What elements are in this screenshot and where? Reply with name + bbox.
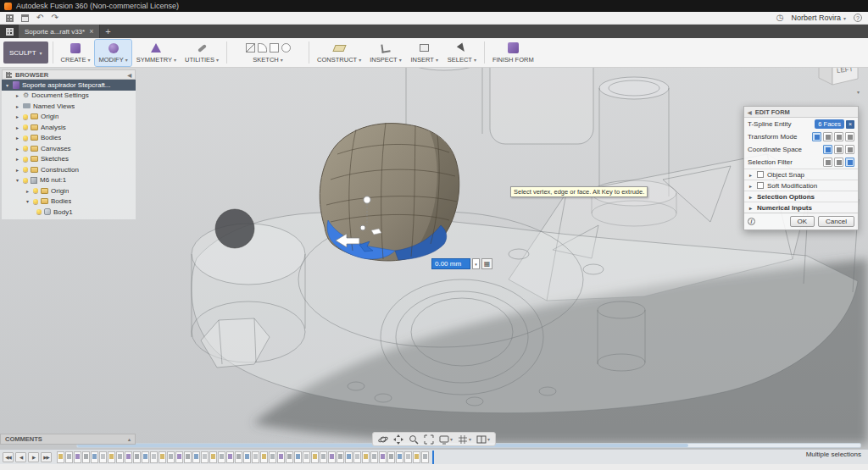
timeline-feature-icon[interactable] [108, 451, 115, 463]
sculpt-workspace-button[interactable]: SCULPT ▾ [3, 41, 48, 64]
timeline-feature-icon[interactable] [303, 451, 310, 463]
browser-item-m6-origin[interactable]: ▸ Origin [2, 185, 136, 196]
close-tab-icon[interactable]: × [89, 27, 93, 36]
ribbon-group-insert[interactable]: INSERT▾ [407, 40, 442, 66]
ok-button[interactable]: OK [790, 216, 815, 227]
object-snap-checkbox[interactable] [757, 171, 764, 178]
viewcube-menu-icon[interactable]: ▾ [857, 89, 860, 95]
save-icon[interactable] [21, 14, 29, 22]
ribbon-group-symmetry[interactable]: SYMMETRY▾ [133, 40, 180, 66]
help-icon[interactable]: ? [854, 14, 862, 22]
timeline-feature-icon[interactable] [175, 451, 183, 463]
browser-item-m6-bodies[interactable]: ▾ Bodies [2, 196, 136, 207]
ribbon-group-inspect[interactable]: INSPECT▾ [366, 40, 405, 66]
zoom-button[interactable] [409, 434, 419, 445]
timeline-feature-icon[interactable] [396, 451, 403, 463]
expand-arrow-icon[interactable]: ▸ [14, 92, 20, 98]
browser-item-sketches[interactable]: ▸ Sketches [2, 154, 136, 165]
info-icon[interactable]: i [748, 218, 755, 225]
timeline-feature-icon[interactable] [337, 451, 344, 463]
timeline-feature-icon[interactable] [167, 451, 175, 463]
finish-form-button[interactable]: FINISH FORM [489, 40, 537, 66]
timeline-feature-icon[interactable] [269, 451, 276, 463]
sketch-line-icon[interactable] [246, 43, 255, 53]
object-snap-section[interactable]: ▸ Object Snap [744, 169, 858, 180]
browser-item-origin[interactable]: ▸ Origin [2, 112, 136, 123]
expand-arrow-icon[interactable]: ▸ [14, 103, 20, 109]
transform-translate-button[interactable] [812, 132, 821, 141]
timeline-feature-icon[interactable] [192, 451, 200, 463]
user-menu[interactable]: Norbert Rovira ▾ [791, 14, 846, 22]
data-panel-toggle-icon[interactable] [6, 14, 14, 22]
visibility-bulb-icon[interactable] [23, 146, 28, 151]
transform-scale-button[interactable] [834, 132, 843, 141]
ribbon-group-create[interactable]: CREATE▾ [58, 40, 94, 66]
selection-options-section[interactable]: ▸ Selection Options [744, 191, 858, 202]
timeline-feature-icon[interactable] [277, 451, 285, 463]
timeline-play-button[interactable]: ▶ [28, 452, 39, 462]
ribbon-group-select[interactable]: SELECT▾ [444, 40, 480, 66]
viewports-button[interactable]: ▾ [476, 434, 490, 445]
ribbon-group-utilities[interactable]: UTILITIES▾ [181, 40, 222, 66]
timeline-feature-icon[interactable] [57, 451, 64, 463]
browser-item-analysis[interactable]: ▸ Analysis [2, 122, 136, 133]
numerical-inputs-section[interactable]: ▸ Numerical Inputs [744, 202, 858, 213]
browser-item-named-views[interactable]: ▸ Named Views [2, 101, 136, 112]
browser-item-document-settings[interactable]: ▸ ⚙ Document Settings [2, 91, 136, 102]
soft-modification-checkbox[interactable] [757, 182, 764, 189]
timeline-feature-icon[interactable] [74, 451, 81, 463]
timeline-feature-icon[interactable] [65, 451, 73, 463]
dimension-flyout-button[interactable]: ▦ [481, 258, 492, 269]
timeline-feature-icon[interactable] [209, 451, 217, 463]
display-settings-button[interactable]: ▾ [439, 434, 453, 445]
timeline-feature-icon[interactable] [150, 451, 158, 463]
visibility-bulb-icon[interactable] [36, 209, 42, 214]
transform-multi-button[interactable] [845, 132, 854, 141]
space-world-button[interactable] [823, 145, 832, 154]
visibility-bulb-icon[interactable] [33, 188, 38, 193]
timeline-feature-icon[interactable] [260, 451, 268, 463]
timeline-feature-icon[interactable] [91, 451, 98, 463]
show-data-panel-button[interactable] [0, 25, 19, 38]
timeline-feature-icon[interactable] [226, 451, 234, 463]
timeline-feature-icon[interactable] [235, 451, 242, 463]
orbit-button[interactable] [378, 434, 388, 445]
selection-count-badge[interactable]: 6 Faces [815, 119, 844, 129]
filter-vertex-button[interactable] [823, 158, 832, 167]
timeline-feature-icon[interactable] [362, 451, 370, 463]
expand-arrow-icon[interactable]: ▸ [748, 172, 754, 178]
document-tab[interactable]: Soporte a...raft v33* × [19, 25, 100, 38]
expand-comments-icon[interactable]: ▴ [128, 436, 131, 442]
timeline-feature-icon[interactable] [82, 451, 90, 463]
sketch-spline-icon[interactable] [258, 43, 267, 53]
visibility-bulb-icon[interactable] [23, 114, 28, 119]
filter-face-button[interactable] [845, 158, 854, 167]
expand-arrow-icon[interactable]: ▸ [14, 135, 20, 141]
visibility-bulb-icon[interactable] [23, 157, 28, 162]
dimension-spinner-icon[interactable]: ▾ [472, 258, 480, 269]
timeline-feature-icon[interactable] [252, 451, 259, 463]
visibility-bulb-icon[interactable] [23, 178, 28, 183]
timeline-feature-icon[interactable] [413, 451, 420, 463]
space-local-button[interactable] [845, 145, 854, 154]
comments-bar[interactable]: COMMENTS ▴ [0, 434, 136, 445]
ribbon-group-modify[interactable]: MODIFY▾ [95, 40, 131, 66]
expand-arrow-icon[interactable]: ▸ [14, 156, 20, 162]
timeline-feature-icon[interactable] [286, 451, 293, 463]
browser-item-body1[interactable]: Body1 [2, 207, 136, 218]
expand-arrow-icon[interactable]: ▸ [748, 183, 754, 189]
visibility-bulb-icon[interactable] [23, 135, 28, 141]
ribbon-group-sketch[interactable]: SKETCH▾ [231, 40, 304, 66]
redo-icon[interactable]: ↷ [51, 14, 58, 22]
visibility-bulb-icon[interactable] [23, 167, 28, 172]
timeline-feature-icon[interactable] [294, 451, 302, 463]
timeline-feature-icon[interactable] [328, 451, 336, 463]
browser-item-construction[interactable]: ▸ Construction [2, 164, 136, 175]
timeline-step-forward-button[interactable]: ▶▶ [41, 452, 52, 462]
visibility-bulb-icon[interactable] [33, 199, 38, 204]
expand-arrow-icon[interactable]: ▾ [25, 198, 31, 204]
expand-arrow-icon[interactable]: ▸ [14, 113, 20, 119]
expand-arrow-icon[interactable]: ▸ [14, 167, 20, 173]
transform-rotate-button[interactable] [823, 132, 832, 141]
expand-arrow-icon[interactable]: ▾ [4, 82, 10, 88]
